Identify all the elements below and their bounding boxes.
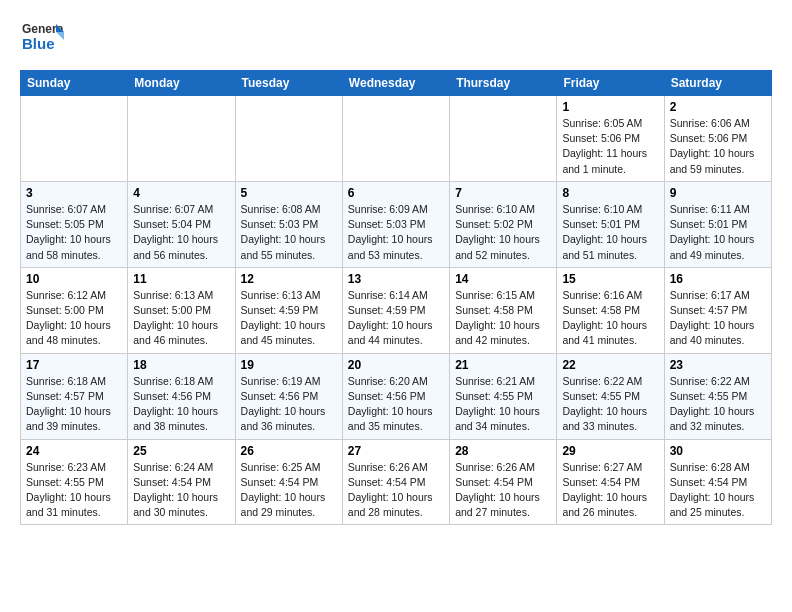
- calendar-cell: [235, 96, 342, 182]
- calendar-header-row: SundayMondayTuesdayWednesdayThursdayFrid…: [21, 71, 772, 96]
- calendar-day-header: Saturday: [664, 71, 771, 96]
- calendar-cell: 29Sunrise: 6:27 AMSunset: 4:54 PMDayligh…: [557, 439, 664, 525]
- day-info: Sunrise: 6:13 AMSunset: 5:00 PMDaylight:…: [133, 288, 229, 349]
- calendar-cell: 7Sunrise: 6:10 AMSunset: 5:02 PMDaylight…: [450, 181, 557, 267]
- day-info: Sunrise: 6:10 AMSunset: 5:01 PMDaylight:…: [562, 202, 658, 263]
- day-info: Sunrise: 6:22 AMSunset: 4:55 PMDaylight:…: [562, 374, 658, 435]
- calendar-cell: 24Sunrise: 6:23 AMSunset: 4:55 PMDayligh…: [21, 439, 128, 525]
- calendar-cell: 9Sunrise: 6:11 AMSunset: 5:01 PMDaylight…: [664, 181, 771, 267]
- calendar-week-row: 24Sunrise: 6:23 AMSunset: 4:55 PMDayligh…: [21, 439, 772, 525]
- calendar-cell: 4Sunrise: 6:07 AMSunset: 5:04 PMDaylight…: [128, 181, 235, 267]
- day-info: Sunrise: 6:05 AMSunset: 5:06 PMDaylight:…: [562, 116, 658, 177]
- calendar-cell: 23Sunrise: 6:22 AMSunset: 4:55 PMDayligh…: [664, 353, 771, 439]
- day-number: 2: [670, 100, 766, 114]
- logo: General Blue: [20, 16, 64, 60]
- calendar-cell: 26Sunrise: 6:25 AMSunset: 4:54 PMDayligh…: [235, 439, 342, 525]
- day-info: Sunrise: 6:14 AMSunset: 4:59 PMDaylight:…: [348, 288, 444, 349]
- day-number: 14: [455, 272, 551, 286]
- calendar-table: SundayMondayTuesdayWednesdayThursdayFrid…: [20, 70, 772, 525]
- day-info: Sunrise: 6:07 AMSunset: 5:05 PMDaylight:…: [26, 202, 122, 263]
- day-number: 4: [133, 186, 229, 200]
- calendar-week-row: 1Sunrise: 6:05 AMSunset: 5:06 PMDaylight…: [21, 96, 772, 182]
- day-info: Sunrise: 6:17 AMSunset: 4:57 PMDaylight:…: [670, 288, 766, 349]
- calendar-cell: [342, 96, 449, 182]
- day-number: 5: [241, 186, 337, 200]
- day-number: 13: [348, 272, 444, 286]
- day-info: Sunrise: 6:15 AMSunset: 4:58 PMDaylight:…: [455, 288, 551, 349]
- day-number: 29: [562, 444, 658, 458]
- day-number: 3: [26, 186, 122, 200]
- day-number: 11: [133, 272, 229, 286]
- logo-svg: General Blue: [20, 16, 64, 60]
- day-info: Sunrise: 6:11 AMSunset: 5:01 PMDaylight:…: [670, 202, 766, 263]
- calendar-week-row: 10Sunrise: 6:12 AMSunset: 5:00 PMDayligh…: [21, 267, 772, 353]
- svg-marker-3: [56, 32, 64, 40]
- calendar-cell: 10Sunrise: 6:12 AMSunset: 5:00 PMDayligh…: [21, 267, 128, 353]
- day-info: Sunrise: 6:13 AMSunset: 4:59 PMDaylight:…: [241, 288, 337, 349]
- day-info: Sunrise: 6:27 AMSunset: 4:54 PMDaylight:…: [562, 460, 658, 521]
- day-number: 22: [562, 358, 658, 372]
- day-info: Sunrise: 6:28 AMSunset: 4:54 PMDaylight:…: [670, 460, 766, 521]
- day-number: 18: [133, 358, 229, 372]
- calendar-cell: 16Sunrise: 6:17 AMSunset: 4:57 PMDayligh…: [664, 267, 771, 353]
- day-number: 23: [670, 358, 766, 372]
- calendar-cell: 6Sunrise: 6:09 AMSunset: 5:03 PMDaylight…: [342, 181, 449, 267]
- day-number: 25: [133, 444, 229, 458]
- day-number: 24: [26, 444, 122, 458]
- day-info: Sunrise: 6:24 AMSunset: 4:54 PMDaylight:…: [133, 460, 229, 521]
- day-info: Sunrise: 6:07 AMSunset: 5:04 PMDaylight:…: [133, 202, 229, 263]
- day-info: Sunrise: 6:20 AMSunset: 4:56 PMDaylight:…: [348, 374, 444, 435]
- day-info: Sunrise: 6:25 AMSunset: 4:54 PMDaylight:…: [241, 460, 337, 521]
- calendar-day-header: Monday: [128, 71, 235, 96]
- calendar-cell: 8Sunrise: 6:10 AMSunset: 5:01 PMDaylight…: [557, 181, 664, 267]
- day-number: 6: [348, 186, 444, 200]
- calendar-cell: 27Sunrise: 6:26 AMSunset: 4:54 PMDayligh…: [342, 439, 449, 525]
- day-info: Sunrise: 6:26 AMSunset: 4:54 PMDaylight:…: [348, 460, 444, 521]
- day-info: Sunrise: 6:10 AMSunset: 5:02 PMDaylight:…: [455, 202, 551, 263]
- day-number: 10: [26, 272, 122, 286]
- calendar-cell: 17Sunrise: 6:18 AMSunset: 4:57 PMDayligh…: [21, 353, 128, 439]
- day-number: 16: [670, 272, 766, 286]
- day-number: 21: [455, 358, 551, 372]
- day-number: 27: [348, 444, 444, 458]
- day-number: 1: [562, 100, 658, 114]
- day-info: Sunrise: 6:26 AMSunset: 4:54 PMDaylight:…: [455, 460, 551, 521]
- calendar-cell: 15Sunrise: 6:16 AMSunset: 4:58 PMDayligh…: [557, 267, 664, 353]
- calendar-week-row: 17Sunrise: 6:18 AMSunset: 4:57 PMDayligh…: [21, 353, 772, 439]
- calendar-cell: 5Sunrise: 6:08 AMSunset: 5:03 PMDaylight…: [235, 181, 342, 267]
- day-number: 7: [455, 186, 551, 200]
- day-info: Sunrise: 6:23 AMSunset: 4:55 PMDaylight:…: [26, 460, 122, 521]
- day-number: 17: [26, 358, 122, 372]
- day-number: 26: [241, 444, 337, 458]
- day-number: 9: [670, 186, 766, 200]
- day-number: 20: [348, 358, 444, 372]
- day-info: Sunrise: 6:18 AMSunset: 4:57 PMDaylight:…: [26, 374, 122, 435]
- calendar-day-header: Sunday: [21, 71, 128, 96]
- calendar-cell: [21, 96, 128, 182]
- calendar-cell: 20Sunrise: 6:20 AMSunset: 4:56 PMDayligh…: [342, 353, 449, 439]
- header: General Blue: [20, 16, 772, 60]
- day-info: Sunrise: 6:08 AMSunset: 5:03 PMDaylight:…: [241, 202, 337, 263]
- day-number: 30: [670, 444, 766, 458]
- calendar-cell: 18Sunrise: 6:18 AMSunset: 4:56 PMDayligh…: [128, 353, 235, 439]
- day-info: Sunrise: 6:19 AMSunset: 4:56 PMDaylight:…: [241, 374, 337, 435]
- calendar-cell: [128, 96, 235, 182]
- calendar-cell: 11Sunrise: 6:13 AMSunset: 5:00 PMDayligh…: [128, 267, 235, 353]
- calendar-cell: [450, 96, 557, 182]
- calendar-cell: 30Sunrise: 6:28 AMSunset: 4:54 PMDayligh…: [664, 439, 771, 525]
- day-number: 15: [562, 272, 658, 286]
- calendar-cell: 25Sunrise: 6:24 AMSunset: 4:54 PMDayligh…: [128, 439, 235, 525]
- calendar-cell: 19Sunrise: 6:19 AMSunset: 4:56 PMDayligh…: [235, 353, 342, 439]
- calendar-cell: 13Sunrise: 6:14 AMSunset: 4:59 PMDayligh…: [342, 267, 449, 353]
- day-info: Sunrise: 6:16 AMSunset: 4:58 PMDaylight:…: [562, 288, 658, 349]
- calendar-cell: 14Sunrise: 6:15 AMSunset: 4:58 PMDayligh…: [450, 267, 557, 353]
- day-info: Sunrise: 6:09 AMSunset: 5:03 PMDaylight:…: [348, 202, 444, 263]
- day-info: Sunrise: 6:12 AMSunset: 5:00 PMDaylight:…: [26, 288, 122, 349]
- calendar-cell: 3Sunrise: 6:07 AMSunset: 5:05 PMDaylight…: [21, 181, 128, 267]
- day-number: 12: [241, 272, 337, 286]
- page: General Blue SundayMondayTuesdayWednesda…: [0, 0, 792, 541]
- day-info: Sunrise: 6:21 AMSunset: 4:55 PMDaylight:…: [455, 374, 551, 435]
- svg-text:Blue: Blue: [22, 35, 55, 52]
- calendar-cell: 28Sunrise: 6:26 AMSunset: 4:54 PMDayligh…: [450, 439, 557, 525]
- day-info: Sunrise: 6:06 AMSunset: 5:06 PMDaylight:…: [670, 116, 766, 177]
